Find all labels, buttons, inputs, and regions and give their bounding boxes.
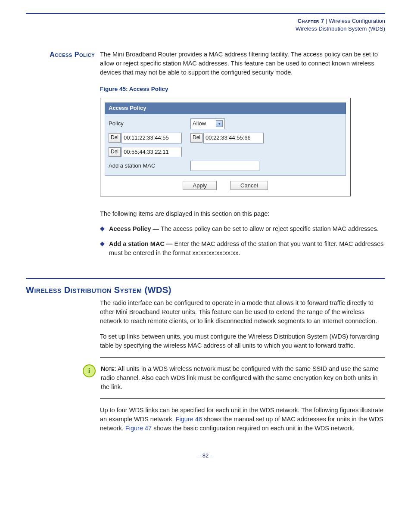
mac-entry[interactable]: 00:11:22:33:44:55 <box>121 133 182 143</box>
policy-select[interactable]: Allow ▾ <box>190 118 225 129</box>
chapter-label: Chapter 7 <box>298 18 324 24</box>
add-mac-label: Add a station MAC <box>109 162 190 170</box>
add-mac-input[interactable] <box>190 161 259 171</box>
figure-47-link[interactable]: Figure 47 <box>125 425 152 432</box>
chevron-down-icon: ▾ <box>216 120 223 127</box>
page-header: Chapter 7 | Wireless Configuration Wirel… <box>26 17 385 33</box>
apply-button[interactable]: Apply <box>183 181 217 190</box>
items-intro: The following items are displayed in thi… <box>100 209 385 218</box>
bullet-item: Access Policy — The access policy can be… <box>109 224 385 233</box>
figure-caption: Figure 45: Access Policy <box>100 85 385 93</box>
info-icon: i <box>83 364 96 377</box>
section-side-label: Access Policy <box>26 50 100 59</box>
bullet-icon: ◆ <box>100 224 105 233</box>
access-policy-intro: The Mini Broadband Router provides a MAC… <box>100 50 385 77</box>
cancel-button[interactable]: Cancel <box>230 181 268 190</box>
mac-entry[interactable]: 00:22:33:44:55:66 <box>203 133 264 143</box>
bullet-icon: ◆ <box>100 240 105 258</box>
delete-button[interactable]: Del <box>109 133 121 142</box>
delete-button[interactable]: Del <box>190 133 202 142</box>
chapter-title: Wireless Configuration <box>329 18 385 24</box>
access-policy-screenshot: Access Policy Policy Allow ▾ De <box>100 98 351 196</box>
wds-paragraph-3: Up to four WDS links can be specified fo… <box>100 406 385 433</box>
policy-label: Policy <box>109 120 190 128</box>
mac-entry[interactable]: 00:55:44:33:22:11 <box>121 147 182 158</box>
wds-title: Wireless Distribution System (WDS) <box>26 285 385 295</box>
note-text: Note: All units in a WDS wireless networ… <box>101 364 385 392</box>
figure-46-link[interactable]: Figure 46 <box>176 416 202 423</box>
panel-title: Access Policy <box>105 103 346 114</box>
page-number: – 82 – <box>26 452 385 459</box>
wds-paragraph-2: To set up links between units, you must … <box>100 332 385 350</box>
wds-paragraph-1: The radio interface can be configured to… <box>100 299 385 326</box>
chapter-subtitle: Wireless Distribution System (WDS) <box>296 25 385 32</box>
delete-button[interactable]: Del <box>109 147 121 156</box>
bullet-item: Add a station MAC — Enter the MAC addres… <box>109 240 385 258</box>
